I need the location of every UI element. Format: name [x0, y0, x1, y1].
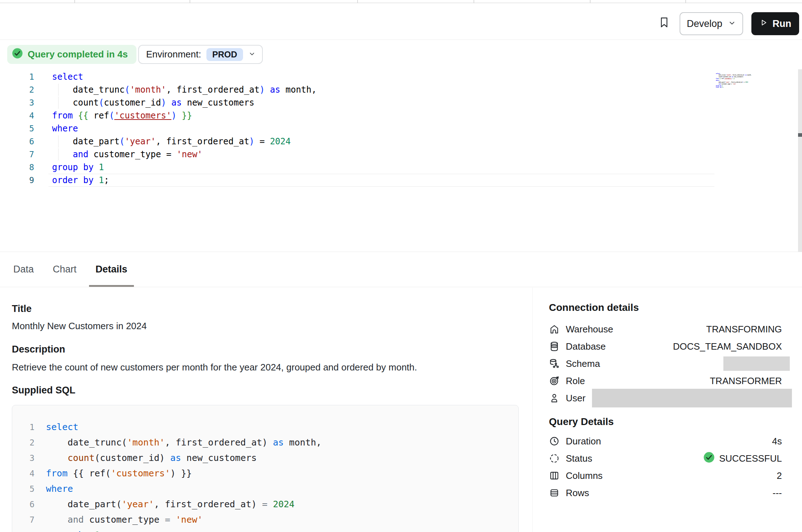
code-token: 'year' — [125, 136, 156, 146]
code-token: 1 — [99, 175, 104, 185]
line-number: 4 — [12, 469, 34, 478]
code-token: 2024 — [270, 136, 291, 146]
line-code: and customer_type = 'new' — [48, 148, 714, 161]
query-status-text: Query completed in 4s — [28, 49, 128, 60]
code-token — [46, 514, 67, 525]
line-number: 7 — [12, 515, 34, 524]
code-token — [89, 530, 94, 532]
code-token: group by — [46, 530, 89, 532]
bookmark-button[interactable] — [656, 13, 673, 33]
code-token: new_customers — [182, 98, 254, 108]
line-code: from {{ ref('customers') }} — [48, 109, 714, 122]
detail-value — [723, 356, 782, 371]
code-token: }} — [733, 78, 735, 79]
detail-value-text: 4s — [772, 436, 782, 447]
code-token: group by — [716, 85, 722, 87]
code-token: 'month' — [726, 74, 731, 76]
tab-divider — [357, 0, 358, 3]
code-token: ref — [88, 111, 109, 121]
editor-line-3: 3 count(customer_id) as new_customers — [0, 96, 714, 109]
line-code: select — [48, 70, 714, 83]
supplied-sql-line-1: 1select — [12, 419, 518, 435]
redacted-value — [592, 389, 792, 407]
environment-select[interactable]: Environment: PROD — [138, 45, 263, 64]
tab-chart[interactable]: Chart — [53, 252, 76, 287]
tab-divider — [190, 0, 190, 3]
bookmark-icon — [658, 15, 670, 31]
sql-editor[interactable]: 1select2 date_trunc('month', first_order… — [0, 70, 714, 187]
detail-label: Role — [566, 375, 585, 387]
detail-row-status: StatusSUCCESSFUL — [549, 450, 782, 467]
detail-label: Warehouse — [566, 324, 613, 335]
code-token — [265, 85, 270, 95]
environment-label: Environment: — [146, 49, 201, 60]
line-number: 8 — [12, 531, 34, 532]
editor-scrollbar-thumb[interactable] — [798, 133, 802, 137]
connection-details-rows: WarehouseTRANSFORMINGDatabaseDOCS_TEAM_S… — [549, 321, 782, 407]
code-token: 2024 — [273, 499, 294, 509]
line-code: count(customer_id) as new_customers — [48, 96, 714, 109]
rows-icon — [549, 487, 560, 498]
line-number: 1 — [12, 423, 34, 432]
code-token: new_customers — [181, 453, 257, 463]
code-token: 'customers' — [111, 468, 171, 479]
code-token — [73, 111, 78, 121]
code-token: ( — [125, 85, 130, 95]
detail-value: TRANSFORMING — [706, 324, 782, 335]
code-token: ) — [249, 136, 254, 146]
code-token — [177, 111, 182, 121]
code-token: 'new' — [733, 83, 736, 85]
detail-value-text: --- — [773, 487, 782, 499]
editor-minimap[interactable]: select date_trunc('month', first_ordered… — [716, 73, 756, 95]
detail-row-user: User — [549, 389, 782, 407]
code-token: and — [73, 149, 88, 159]
supplied-sql-line-6: 6 date_part('year', first_ordered_at) = … — [12, 496, 518, 512]
develop-button-label: Develop — [687, 18, 722, 29]
detail-value: SUCCESSFUL — [703, 452, 782, 466]
tab-data[interactable]: Data — [13, 252, 34, 287]
connection-panel: Connection details WarehouseTRANSFORMING… — [532, 288, 802, 532]
detail-value — [592, 389, 782, 407]
editor-scrollbar[interactable] — [798, 69, 802, 252]
code-token: 'year' — [122, 499, 154, 509]
line-code: count(customer_id) as new_customers — [46, 453, 257, 463]
code-token: and — [67, 514, 84, 525]
code-token: ) — [260, 85, 265, 95]
tab-details[interactable]: Details — [95, 252, 127, 287]
query-status-badge: Query completed in 4s — [7, 45, 136, 64]
develop-button[interactable]: Develop — [680, 12, 743, 35]
code-token: , first_ordered_at — [730, 81, 742, 83]
editor-line-7: 7 and customer_type = 'new' — [0, 148, 714, 161]
code-token: }} — [182, 111, 192, 121]
code-token: as — [273, 437, 284, 448]
line-code: from {{ ref('customers') }} — [46, 468, 192, 479]
detail-label: Columns — [566, 470, 603, 481]
run-button[interactable]: Run — [751, 12, 799, 35]
detail-value: 2 — [777, 470, 782, 481]
code-token: , first_ordered_at — [166, 85, 260, 95]
code-token: date_part — [716, 81, 725, 83]
detail-row-rows: Rows--- — [549, 484, 782, 501]
line-code: select — [46, 422, 78, 432]
play-icon — [759, 18, 768, 29]
code-token: customer_type = — [721, 83, 733, 85]
description-heading: Description — [12, 344, 532, 355]
code-token: ref — [721, 78, 724, 79]
code-token: date_part( — [46, 499, 122, 509]
line-number: 5 — [0, 122, 34, 135]
status-icon — [549, 453, 560, 464]
environment-value-badge: PROD — [206, 48, 243, 61]
detail-row-columns: Columns2 — [549, 467, 782, 484]
chevron-down-icon — [248, 49, 256, 60]
line-number: 8 — [0, 161, 34, 174]
code-token: where — [46, 484, 73, 494]
code-token: customer_id — [723, 76, 731, 78]
role-icon — [549, 375, 560, 386]
code-token: customer_type = — [88, 149, 177, 159]
code-token: order by — [716, 87, 722, 88]
line-code: group by 1 — [48, 161, 714, 174]
warehouse-icon — [549, 324, 560, 335]
run-button-label: Run — [773, 18, 791, 29]
code-token: count — [67, 453, 94, 463]
code-token: 'year' — [726, 81, 730, 83]
